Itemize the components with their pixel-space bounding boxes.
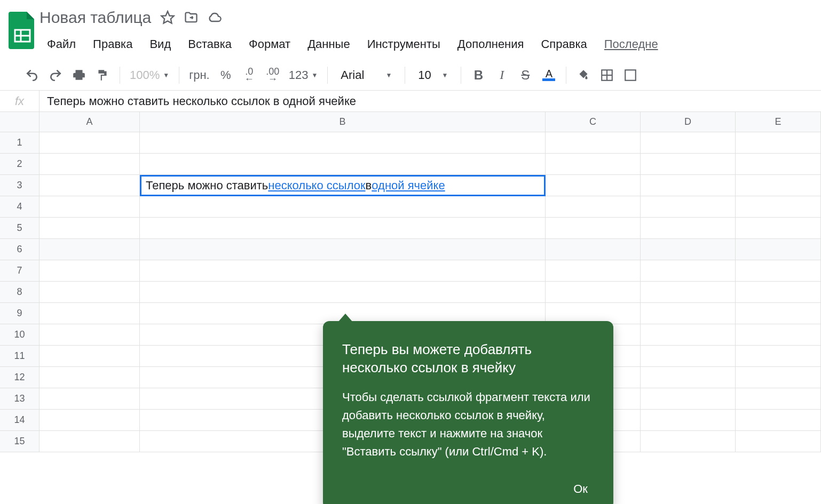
font-family-dropdown[interactable]: Arial▼ (334, 65, 398, 86)
cell-E11[interactable] (736, 346, 821, 367)
document-title[interactable]: Новая таблица (38, 6, 152, 29)
cell-B6[interactable] (140, 239, 546, 260)
cell-B4[interactable] (140, 196, 546, 218)
decrease-decimal-button[interactable]: .0← (239, 65, 260, 86)
cell-D8[interactable] (641, 282, 736, 303)
row-header-5[interactable]: 5 (0, 218, 40, 239)
cell-D7[interactable] (641, 260, 736, 282)
menu-data[interactable]: Данные (299, 34, 358, 54)
menu-addons[interactable]: Дополнения (449, 34, 533, 54)
cell-E3[interactable] (736, 175, 821, 196)
cell-A7[interactable] (40, 260, 140, 282)
cell-A11[interactable] (40, 346, 140, 367)
cell-D5[interactable] (641, 218, 736, 239)
cell-D15[interactable] (641, 431, 736, 452)
cell-D11[interactable] (641, 346, 736, 367)
cell-C1[interactable] (546, 132, 641, 154)
fill-color-button[interactable] (573, 65, 594, 86)
cell-E4[interactable] (736, 196, 821, 218)
cell-E15[interactable] (736, 431, 821, 452)
print-button[interactable] (68, 65, 90, 86)
bold-button[interactable]: B (468, 65, 489, 86)
cell-A5[interactable] (40, 218, 140, 239)
cell-C7[interactable] (546, 260, 641, 282)
cell-A2[interactable] (40, 154, 140, 175)
cell-E6[interactable] (736, 239, 821, 260)
cell-A15[interactable] (40, 431, 140, 452)
borders-button[interactable] (596, 65, 618, 86)
callout-ok-button[interactable]: Ок (567, 478, 594, 500)
row-header-13[interactable]: 13 (0, 388, 40, 410)
cell-E5[interactable] (736, 218, 821, 239)
cell-E10[interactable] (736, 324, 821, 346)
cell-A9[interactable] (40, 303, 140, 324)
cell-D9[interactable] (641, 303, 736, 324)
row-header-10[interactable]: 10 (0, 324, 40, 346)
select-all-corner[interactable] (0, 112, 40, 132)
increase-decimal-button[interactable]: .00→ (262, 65, 283, 86)
cell-B3[interactable]: Теперь можно ставить несколько ссылок в … (140, 175, 546, 196)
cell-link-2[interactable]: одной ячейке (372, 179, 445, 193)
cell-A13[interactable] (40, 388, 140, 410)
cell-C6[interactable] (546, 239, 641, 260)
cell-C2[interactable] (546, 154, 641, 175)
menu-help[interactable]: Справка (532, 34, 595, 54)
redo-button[interactable] (45, 65, 66, 86)
cloud-status-icon[interactable] (207, 10, 223, 26)
col-header-E[interactable]: E (736, 112, 821, 132)
zoom-dropdown[interactable]: 100%▼ (127, 65, 172, 86)
col-header-B[interactable]: B (140, 112, 546, 132)
cell-A3[interactable] (40, 175, 140, 196)
star-icon[interactable] (160, 10, 176, 26)
cell-D2[interactable] (641, 154, 736, 175)
col-header-A[interactable]: A (40, 112, 140, 132)
cell-D14[interactable] (641, 410, 736, 431)
row-header-9[interactable]: 9 (0, 303, 40, 324)
row-header-12[interactable]: 12 (0, 367, 40, 388)
menu-insert[interactable]: Вставка (179, 34, 240, 54)
undo-button[interactable] (21, 65, 43, 86)
row-header-11[interactable]: 11 (0, 346, 40, 367)
text-color-button[interactable]: A (538, 65, 559, 86)
cell-B5[interactable] (140, 218, 546, 239)
row-header-3[interactable]: 3 (0, 175, 40, 196)
cell-E2[interactable] (736, 154, 821, 175)
col-header-D[interactable]: D (641, 112, 736, 132)
cell-E7[interactable] (736, 260, 821, 282)
menu-view[interactable]: Вид (141, 34, 179, 54)
cell-D1[interactable] (641, 132, 736, 154)
cell-E9[interactable] (736, 303, 821, 324)
cell-E8[interactable] (736, 282, 821, 303)
format-currency-button[interactable]: грн. (186, 65, 213, 86)
cell-C3[interactable] (546, 175, 641, 196)
row-header-8[interactable]: 8 (0, 282, 40, 303)
cell-C8[interactable] (546, 282, 641, 303)
cell-B2[interactable] (140, 154, 546, 175)
cell-B7[interactable] (140, 260, 546, 282)
row-header-15[interactable]: 15 (0, 431, 40, 452)
cell-B8[interactable] (140, 282, 546, 303)
cell-D13[interactable] (641, 388, 736, 410)
cell-A1[interactable] (40, 132, 140, 154)
cell-A12[interactable] (40, 367, 140, 388)
row-header-7[interactable]: 7 (0, 260, 40, 282)
cell-A14[interactable] (40, 410, 140, 431)
menu-last-edit[interactable]: Последне (596, 34, 667, 54)
row-header-4[interactable]: 4 (0, 196, 40, 218)
cell-E13[interactable] (736, 388, 821, 410)
cell-C5[interactable] (546, 218, 641, 239)
cell-A4[interactable] (40, 196, 140, 218)
formula-input[interactable]: Теперь можно ставить несколько ссылок в … (40, 94, 356, 108)
merge-cells-button[interactable] (620, 65, 641, 86)
menu-format[interactable]: Формат (240, 34, 299, 54)
cell-A8[interactable] (40, 282, 140, 303)
number-format-dropdown[interactable]: 123▼ (286, 65, 321, 86)
format-percent-button[interactable]: % (215, 65, 236, 86)
paint-format-button[interactable] (92, 65, 113, 86)
row-header-14[interactable]: 14 (0, 410, 40, 431)
strikethrough-button[interactable]: S (515, 65, 536, 86)
col-header-C[interactable]: C (546, 112, 641, 132)
move-folder-icon[interactable] (183, 10, 199, 26)
cell-D6[interactable] (641, 239, 736, 260)
cell-E12[interactable] (736, 367, 821, 388)
